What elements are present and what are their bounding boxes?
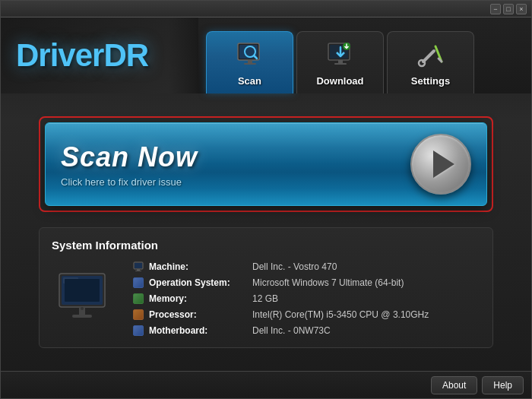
download-tab-icon (324, 39, 357, 72)
svg-rect-26 (137, 269, 140, 271)
scan-now-text: Scan Now Click here to fix driver issue (61, 141, 198, 188)
info-row-os: Operation System: Microsoft Windows 7 Ul… (132, 277, 480, 289)
app-window: − □ × DriverDR (0, 0, 532, 399)
os-label: Operation System: (149, 277, 248, 288)
machine-label: Machine: (149, 261, 248, 272)
info-row-machine: Machine: Dell Inc. - Vostro 470 (132, 261, 480, 273)
memory-value: 12 GB (252, 293, 278, 304)
os-value: Microsoft Windows 7 Ultimate (64-bit) (252, 277, 404, 288)
processor-value: Intel(R) Core(TM) i5-3450 CPU @ 3.10GHz (252, 309, 429, 320)
svg-point-22 (81, 307, 84, 310)
svg-point-14 (419, 60, 425, 66)
info-row-memory: Memory: 12 GB (132, 293, 480, 305)
settings-tab-icon (414, 39, 448, 72)
system-info-header: System Information (52, 239, 480, 252)
motherboard-label: Motherboard: (149, 325, 248, 336)
motherboard-value: Dell Inc. - 0NW73C (252, 325, 331, 336)
header: DriverDR S (1, 17, 531, 93)
svg-line-13 (423, 51, 434, 62)
svg-rect-4 (248, 60, 252, 63)
scan-now-title: Scan Now (61, 141, 198, 173)
download-tab-label: Download (316, 75, 363, 87)
svg-rect-21 (72, 315, 92, 318)
tab-download[interactable]: Download (296, 31, 384, 93)
system-info-body: Machine: Dell Inc. - Vostro 470 Operatio… (52, 261, 480, 337)
scan-now-button[interactable]: Scan Now Click here to fix driver issue (45, 122, 487, 206)
svg-rect-25 (135, 263, 142, 268)
cpu-icon (132, 309, 144, 321)
os-icon (132, 277, 144, 289)
about-button[interactable]: About (431, 376, 477, 394)
arrow-icon (433, 150, 454, 178)
close-button[interactable]: × (516, 4, 527, 14)
system-info-section: System Information (39, 227, 493, 348)
pc-monitor-icon (55, 272, 116, 325)
scan-tab-icon (233, 39, 267, 72)
tab-scan[interactable]: Scan (206, 31, 293, 93)
tab-settings[interactable]: Settings (387, 31, 474, 93)
info-row-motherboard: Motherboard: Dell Inc. - 0NW73C (132, 325, 480, 337)
help-button[interactable]: Help (482, 376, 524, 394)
machine-icon (132, 261, 144, 273)
memory-label: Memory: (149, 293, 248, 304)
system-info-table: Machine: Dell Inc. - Vostro 470 Operatio… (132, 261, 480, 337)
svg-rect-23 (65, 279, 100, 302)
scan-tab-label: Scan (238, 75, 261, 87)
processor-label: Processor: (149, 309, 248, 320)
app-logo: DriverDR (16, 37, 148, 74)
minimize-button[interactable]: − (490, 4, 501, 14)
footer: About Help (1, 371, 531, 398)
main-content: Scan Now Click here to fix driver issue … (1, 93, 531, 371)
pc-icon-area (52, 261, 120, 337)
motherboard-icon (132, 325, 144, 337)
svg-rect-9 (338, 60, 343, 63)
machine-value: Dell Inc. - Vostro 470 (252, 261, 337, 272)
logo-area: DriverDR (1, 17, 198, 93)
scan-now-container: Scan Now Click here to fix driver issue (39, 116, 493, 212)
settings-tab-label: Settings (411, 75, 450, 87)
maximize-button[interactable]: □ (503, 4, 514, 14)
scan-arrow-button[interactable] (410, 134, 471, 195)
scan-now-subtitle: Click here to fix driver issue (61, 176, 198, 188)
title-bar: − □ × (1, 1, 531, 17)
memory-icon (132, 293, 144, 305)
nav-tabs: Scan (198, 17, 531, 93)
svg-rect-27 (135, 271, 141, 271)
info-row-processor: Processor: Intel(R) Core(TM) i5-3450 CPU… (132, 309, 480, 321)
svg-rect-10 (334, 63, 347, 65)
svg-rect-5 (244, 63, 256, 65)
